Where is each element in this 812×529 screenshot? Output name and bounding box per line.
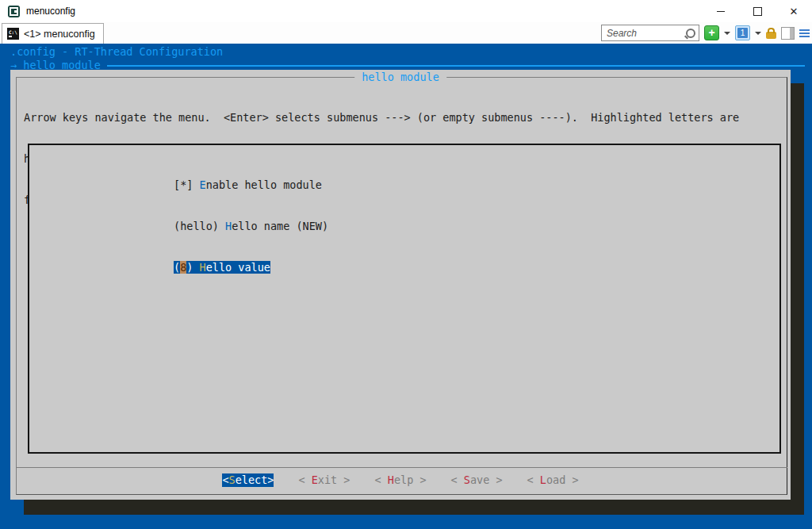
breadcrumb-rule [107,65,805,67]
console-number: 1 [737,28,748,38]
active-console-button[interactable]: 1 [735,25,750,40]
close-button[interactable]: ✕ [776,0,812,22]
window-titlebar: menuconfig ✕ [0,0,812,22]
hotkey-letter: E [200,178,206,191]
dialog-title: hello module [354,71,446,84]
window-title: menuconfig [26,6,75,17]
terminal-console[interactable]: .config - RT-Thread Configuration → hell… [0,44,812,529]
lock-icon[interactable] [766,32,776,39]
plus-icon: + [708,26,714,39]
save-button[interactable]: < Save > [451,473,503,487]
console-list-dropdown-icon[interactable] [755,32,761,35]
item-text: ello value [206,261,270,274]
hotkey-letter: S [464,473,470,486]
load-button[interactable]: < Load > [527,473,579,487]
config-title-line: .config - RT-Thread Configuration [10,45,223,59]
tab-label: <1> menuconfig [24,29,95,40]
minimize-icon [717,11,725,12]
menu-list-box: [*] Enable hello module (hello) Hello na… [28,144,781,454]
menuconfig-dialog: hello module Arrow keys navigate the men… [10,70,791,500]
split-pane-icon[interactable] [781,27,795,40]
buttons-separator [16,467,787,468]
hotkey-letter: S [229,473,236,486]
maximize-icon [753,7,762,16]
hotkey-letter: H [200,261,206,274]
search-box[interactable] [601,25,699,41]
tab-menuconfig[interactable]: C:\ <1> menuconfig [2,23,104,44]
item-text: ( [174,261,180,274]
hotkey-letter: H [225,220,232,232]
close-icon: ✕ [790,6,799,17]
tab-bar: C:\ <1> menuconfig + 1 [0,22,812,44]
search-icon[interactable] [686,29,695,38]
item-text: ) [186,261,199,274]
maximize-button[interactable] [739,0,776,22]
conemu-app-icon [8,6,20,17]
exit-button[interactable]: < Exit > [298,473,350,487]
toolbar: + 1 [601,25,810,41]
selected-row-highlight: (8) Hello value [174,261,270,274]
minimize-button[interactable] [703,0,739,22]
select-button[interactable]: <Select> [222,473,274,487]
item-text: nable hello module [206,178,322,191]
menu-item-enable-hello-module[interactable]: [*] Enable hello module [174,178,779,192]
new-console-button[interactable]: + [704,25,719,40]
item-text: (hello) [174,220,225,232]
search-input[interactable] [605,27,689,40]
help-button[interactable]: < Help > [374,473,426,487]
console-icon-text: C:\ [9,29,17,35]
app-window: menuconfig ✕ C:\ <1> menuconfig + 1 [0,0,812,529]
item-text: [*] [174,178,200,191]
menu-item-hello-value[interactable]: (8) Hello value [174,261,779,274]
item-text: ello name (NEW) [232,220,328,232]
dialog-buttons: <Select> < Exit > < Help > < Save > < Lo… [10,473,791,487]
menu-item-hello-name[interactable]: (hello) Hello name (NEW) [174,220,779,233]
instructions-line: Arrow keys navigate the menu. <Enter> se… [24,111,778,125]
hamburger-menu-icon[interactable] [799,28,810,39]
new-console-dropdown-icon[interactable] [724,32,730,35]
hotkey-letter: E [312,473,318,486]
window-controls: ✕ [703,0,812,22]
hotkey-letter: H [388,473,394,486]
hotkey-letter: L [540,473,546,486]
console-icon: C:\ [7,28,19,40]
